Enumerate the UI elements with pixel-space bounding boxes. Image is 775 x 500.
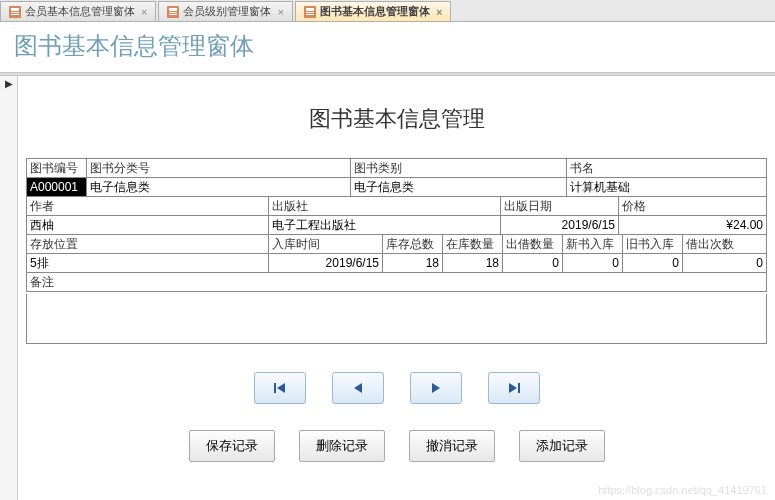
val-price[interactable]: ¥24.00: [618, 216, 767, 234]
lbl-remark: 备注: [26, 273, 767, 291]
tab-label: 图书基本信息管理窗体: [320, 4, 430, 19]
tab-label: 会员基本信息管理窗体: [25, 4, 135, 19]
record-marker-icon: ▶: [5, 78, 13, 89]
row1-values: A000001 电子信息类 电子信息类 计算机基础: [26, 177, 767, 196]
row2-labels: 作者 出版社 出版日期 价格: [26, 196, 767, 215]
nav-row: [26, 372, 767, 404]
svg-rect-17: [518, 383, 520, 393]
svg-marker-13: [277, 383, 285, 393]
lbl-book-name: 书名: [566, 159, 767, 177]
form-area: 图书基本信息管理 图书编号 图书分类号 图书类别 书名 A000001 电子信息…: [18, 76, 775, 500]
tab-member-level[interactable]: 会员级别管理窗体 ×: [158, 1, 292, 21]
page-title: 图书基本信息管理: [26, 104, 767, 134]
val-in-date[interactable]: 2019/6/15: [268, 254, 382, 272]
val-book-name[interactable]: 计算机基础: [566, 178, 767, 196]
title-band: 图书基本信息管理窗体: [0, 22, 775, 72]
lbl-publisher: 出版社: [268, 197, 500, 215]
lbl-price: 价格: [618, 197, 767, 215]
lbl-cat-name: 图书类别: [350, 159, 566, 177]
tab-label: 会员级别管理窗体: [183, 4, 271, 19]
last-icon: [507, 381, 521, 395]
record-selector-gutter[interactable]: ▶: [0, 76, 18, 500]
svg-rect-9: [306, 8, 314, 11]
val-lend-count[interactable]: 0: [682, 254, 767, 272]
svg-marker-15: [432, 383, 440, 393]
save-button[interactable]: 保存记录: [189, 430, 275, 462]
nav-prev-button[interactable]: [332, 372, 384, 404]
val-author[interactable]: 西柚: [26, 216, 268, 234]
tab-book-basic[interactable]: 图书基本信息管理窗体 ×: [295, 1, 451, 21]
val-old-in[interactable]: 0: [622, 254, 682, 272]
val-book-id[interactable]: A000001: [26, 178, 86, 196]
add-button[interactable]: 添加记录: [519, 430, 605, 462]
row-remark-label: 备注: [26, 272, 767, 291]
val-cat-name[interactable]: 电子信息类: [350, 178, 566, 196]
close-icon[interactable]: ×: [277, 6, 283, 18]
tab-member-basic[interactable]: 会员基本信息管理窗体 ×: [0, 1, 156, 21]
lbl-cat-id: 图书分类号: [86, 159, 350, 177]
val-new-in[interactable]: 0: [562, 254, 622, 272]
band-title: 图书基本信息管理窗体: [14, 30, 761, 62]
row1-labels: 图书编号 图书分类号 图书类别 书名: [26, 158, 767, 177]
row3-labels: 存放位置 入库时间 库存总数 在库数量 出借数量 新书入库 旧书入库 借出次数: [26, 234, 767, 253]
form-icon: [9, 6, 21, 18]
svg-rect-5: [169, 8, 177, 11]
val-remark[interactable]: [26, 294, 767, 344]
tab-bar: 会员基本信息管理窗体 × 会员级别管理窗体 × 图书基本信息管理窗体 ×: [0, 0, 775, 22]
lbl-author: 作者: [26, 197, 268, 215]
delete-button[interactable]: 删除记录: [299, 430, 385, 462]
prev-icon: [351, 381, 365, 395]
row3-values: 5排 2019/6/15 18 18 0 0 0 0: [26, 253, 767, 272]
svg-rect-10: [306, 12, 314, 13]
lbl-old-in: 旧书入库: [622, 235, 682, 253]
row2-values: 西柚 电子工程出版社 2019/6/15 ¥24.00: [26, 215, 767, 234]
val-pub-date[interactable]: 2019/6/15: [500, 216, 618, 234]
nav-last-button[interactable]: [488, 372, 540, 404]
close-icon[interactable]: ×: [436, 6, 442, 18]
nav-first-button[interactable]: [254, 372, 306, 404]
next-icon: [429, 381, 443, 395]
lbl-in-stock: 在库数量: [442, 235, 502, 253]
lbl-book-id: 图书编号: [26, 159, 86, 177]
first-icon: [273, 381, 287, 395]
svg-rect-2: [11, 12, 19, 13]
form-icon: [167, 6, 179, 18]
lbl-pub-date: 出版日期: [500, 197, 618, 215]
lbl-stock-total: 库存总数: [382, 235, 442, 253]
svg-marker-14: [354, 383, 362, 393]
lbl-lent: 出借数量: [502, 235, 562, 253]
action-row: 保存记录 删除记录 撤消记录 添加记录: [26, 430, 767, 462]
cancel-button[interactable]: 撤消记录: [409, 430, 495, 462]
lbl-location: 存放位置: [26, 235, 268, 253]
lbl-new-in: 新书入库: [562, 235, 622, 253]
form-icon: [304, 6, 316, 18]
close-icon[interactable]: ×: [141, 6, 147, 18]
svg-rect-1: [11, 8, 19, 11]
svg-rect-3: [11, 14, 19, 15]
svg-rect-11: [306, 14, 314, 15]
val-lent[interactable]: 0: [502, 254, 562, 272]
lbl-lend-count: 借出次数: [682, 235, 767, 253]
val-publisher[interactable]: 电子工程出版社: [268, 216, 500, 234]
val-in-stock[interactable]: 18: [442, 254, 502, 272]
svg-marker-16: [509, 383, 517, 393]
val-stock-total[interactable]: 18: [382, 254, 442, 272]
val-location[interactable]: 5排: [26, 254, 268, 272]
svg-rect-12: [274, 383, 276, 393]
val-cat-id[interactable]: 电子信息类: [86, 178, 350, 196]
lbl-in-date: 入库时间: [268, 235, 382, 253]
svg-rect-7: [169, 14, 177, 15]
svg-rect-6: [169, 12, 177, 13]
nav-next-button[interactable]: [410, 372, 462, 404]
